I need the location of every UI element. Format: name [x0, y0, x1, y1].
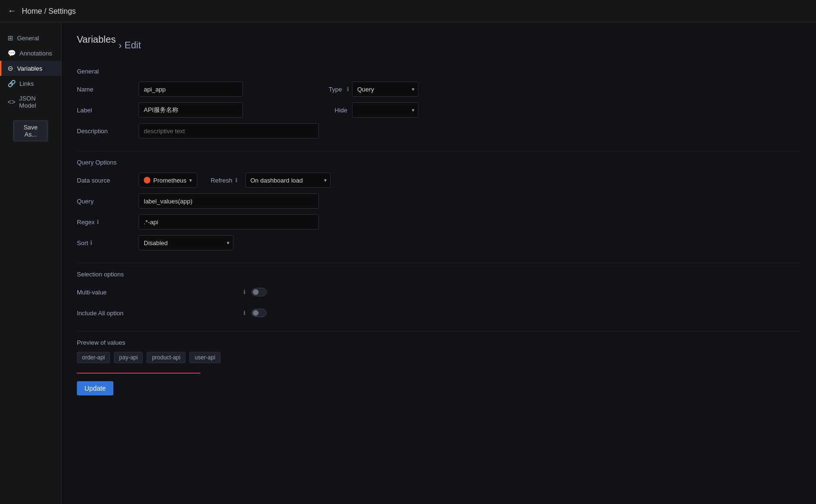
regex-input[interactable] — [139, 214, 319, 229]
sort-field: Disabled Alphabetical (asc) Alphabetical… — [139, 235, 418, 250]
datasource-chevron-icon: ▾ — [189, 177, 192, 183]
type-group: Type ℹ Query Custom Constant Datasource … — [329, 82, 418, 97]
datasource-field: Prometheus ▾ Refresh ℹ On dashboard load… — [139, 173, 418, 188]
selection-options-section: Selection options Multi-value ℹ Include … — [77, 271, 801, 321]
sort-row: Sort ℹ Disabled Alphabetical (asc) Alpha… — [77, 234, 418, 251]
preview-tag: product-api — [147, 352, 185, 363]
annotations-icon: 💬 — [8, 49, 16, 57]
query-row: Query — [77, 192, 418, 210]
query-input[interactable] — [139, 193, 319, 209]
topbar-title: Home / Settings — [22, 7, 76, 16]
regex-label: Regex — [77, 219, 95, 226]
regex-label-group: Regex ℹ — [77, 219, 139, 226]
regex-row: Regex ℹ — [77, 213, 418, 230]
hide-group: Hide Label Variable — [334, 102, 418, 118]
type-info-icon[interactable]: ℹ — [347, 86, 349, 92]
sidebar-item-variables[interactable]: ⊝ Variables — [0, 61, 61, 76]
refresh-select[interactable]: On dashboard load Never On time range ch… — [245, 173, 331, 188]
refresh-group: Refresh ℹ — [211, 177, 238, 184]
sidebar: ⊞ General 💬 Annotations ⊝ Variables 🔗 Li… — [0, 23, 62, 504]
update-button[interactable]: Update — [77, 381, 113, 395]
hide-select-wrapper: Label Variable — [352, 102, 418, 118]
include-all-knob — [253, 310, 259, 316]
regex-info-icon[interactable]: ℹ — [97, 219, 99, 225]
sort-select-wrapper: Disabled Alphabetical (asc) Alphabetical… — [139, 235, 233, 250]
sidebar-label-annotations: Annotations — [19, 50, 52, 57]
variables-icon: ⊝ — [8, 64, 13, 72]
sidebar-label-variables: Variables — [17, 65, 42, 72]
name-type-row: Name Type ℹ Query Custom Constant Dataso… — [77, 81, 418, 98]
prometheus-icon — [144, 177, 150, 183]
general-section-title: General — [77, 68, 801, 75]
name-input[interactable] — [139, 82, 243, 97]
include-all-toggle[interactable] — [251, 309, 267, 317]
dashboard-icon: ⊞ — [8, 34, 13, 42]
preview-tag: user-api — [189, 352, 220, 363]
name-label: Name — [77, 86, 139, 93]
datasource-label: Data source — [77, 177, 139, 184]
preview-section: Preview of values order-apipay-apiproduc… — [77, 339, 801, 363]
general-form: Name Type ℹ Query Custom Constant Dataso… — [77, 81, 418, 139]
sidebar-item-json-model[interactable]: <> JSON Model — [0, 91, 61, 113]
regex-field — [139, 214, 418, 229]
include-all-row: Include All option ℹ — [77, 304, 267, 321]
breadcrumb-separator: › — [119, 40, 122, 51]
query-options-form: Data source Prometheus ▾ Refresh ℹ On da… — [77, 172, 418, 251]
page-subtitle: Edit — [125, 40, 141, 51]
hide-label: Hide — [334, 107, 347, 114]
selection-options-title: Selection options — [77, 271, 801, 278]
sort-select[interactable]: Disabled Alphabetical (asc) Alphabetical… — [139, 235, 233, 250]
query-label: Query — [77, 198, 139, 205]
multi-value-toggle[interactable] — [251, 288, 267, 296]
datasource-badge[interactable]: Prometheus ▾ — [139, 173, 197, 188]
content-area: Variables › Edit General Name Type ℹ Que… — [62, 23, 816, 504]
save-as-button[interactable]: Save As... — [13, 120, 48, 141]
type-label: Type — [329, 86, 342, 93]
hide-select[interactable]: Label Variable — [352, 102, 418, 118]
include-all-label: Include All option — [77, 310, 241, 317]
back-button[interactable]: ← — [8, 6, 16, 16]
query-options-title: Query Options — [77, 159, 801, 166]
preview-tag: order-api — [77, 352, 110, 363]
preview-tag: pay-api — [114, 352, 143, 363]
datasource-row: Data source Prometheus ▾ Refresh ℹ On da… — [77, 172, 418, 189]
refresh-info-icon[interactable]: ℹ — [235, 177, 238, 183]
description-row: Description — [77, 122, 418, 139]
multi-value-knob — [253, 289, 259, 295]
page-title: Variables — [77, 34, 116, 45]
type-select-wrapper: Query Custom Constant Datasource Interva… — [352, 82, 418, 97]
sidebar-label-json: JSON Model — [19, 95, 54, 109]
name-field — [139, 82, 321, 97]
description-field — [139, 123, 418, 138]
sidebar-label-general: General — [17, 35, 39, 42]
query-field — [139, 193, 418, 209]
preview-title: Preview of values — [77, 339, 801, 346]
type-select[interactable]: Query Custom Constant Datasource Interva… — [352, 82, 418, 97]
sidebar-item-links[interactable]: 🔗 Links — [0, 76, 61, 91]
links-icon: 🔗 — [8, 80, 16, 87]
red-underline — [77, 373, 200, 374]
include-all-info-icon[interactable]: ℹ — [243, 310, 246, 316]
sidebar-label-links: Links — [19, 80, 34, 87]
multi-value-row: Multi-value ℹ — [77, 284, 267, 301]
refresh-select-wrapper: On dashboard load Never On time range ch… — [245, 173, 331, 188]
main-layout: ⊞ General 💬 Annotations ⊝ Variables 🔗 Li… — [0, 23, 816, 504]
description-label: Description — [77, 128, 139, 135]
label-input[interactable] — [139, 102, 243, 118]
topbar: ← Home / Settings — [0, 0, 816, 23]
label-label: Label — [77, 107, 139, 114]
sort-label: Sort — [77, 239, 88, 247]
multi-value-label: Multi-value — [77, 289, 241, 296]
label-hide-row: Label Hide Label Variable — [77, 101, 418, 119]
refresh-label: Refresh — [211, 177, 232, 184]
sort-info-icon[interactable]: ℹ — [90, 239, 93, 246]
multi-value-info-icon[interactable]: ℹ — [243, 289, 246, 295]
description-input[interactable] — [139, 123, 319, 138]
sidebar-item-annotations[interactable]: 💬 Annotations — [0, 46, 61, 61]
datasource-name: Prometheus — [153, 177, 186, 184]
sort-label-group: Sort ℹ — [77, 239, 139, 247]
json-icon: <> — [8, 98, 15, 106]
label-field — [139, 102, 327, 118]
preview-tags: order-apipay-apiproduct-apiuser-api — [77, 352, 801, 363]
sidebar-item-general[interactable]: ⊞ General — [0, 30, 61, 46]
